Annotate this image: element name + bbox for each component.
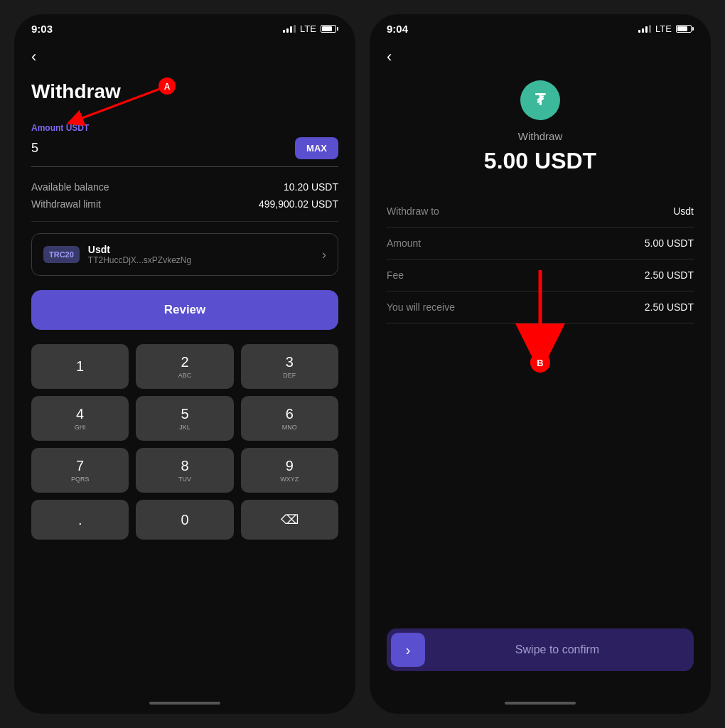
screens-container: 9:03 LTE ‹ Wit — [0, 0, 725, 728]
home-indicator-2 — [370, 692, 711, 714]
signal-bar-4 — [294, 25, 296, 33]
page-title-1: Withdraw — [31, 80, 338, 103]
key-5-sub: JKL — [179, 424, 190, 431]
key-1[interactable]: 1 — [31, 344, 129, 389]
network-badge: TRC20 — [43, 246, 80, 263]
key-9[interactable]: 9 WXYZ — [241, 448, 338, 493]
home-bar-2 — [505, 702, 576, 705]
wallet-name: Usdt — [88, 244, 322, 255]
signal-bars-1 — [283, 25, 296, 33]
screen1-content: ‹ Withdraw Amount USDT 5 MAX Available b… — [14, 41, 355, 692]
battery-icon-2 — [676, 25, 694, 33]
status-right-2: LTE — [638, 23, 694, 34]
divider-1 — [31, 221, 338, 222]
spacer-1 — [31, 276, 338, 290]
battery-body-2 — [676, 25, 692, 33]
review-button[interactable]: Review — [31, 290, 338, 330]
detail-row-3: You will receive 2.50 USDT — [387, 291, 694, 323]
battery-fill-1 — [322, 26, 332, 31]
key-5-main: 5 — [181, 406, 188, 422]
detail-value-3: 2.50 USDT — [645, 301, 694, 313]
max-button[interactable]: MAX — [295, 137, 338, 159]
amount-input[interactable]: 5 — [31, 141, 295, 156]
delete-icon: ⌫ — [281, 512, 299, 528]
key-8[interactable]: 8 TUV — [136, 448, 233, 493]
key-6[interactable]: 6 MNO — [241, 396, 338, 441]
key-1-main: 1 — [76, 358, 84, 375]
keypad: 1 2 ABC 3 DEF 4 GHI 5 JKL — [31, 344, 338, 547]
home-bar-1 — [149, 702, 220, 705]
available-balance-label: Available balance — [31, 181, 109, 193]
status-bar-2: 9:04 LTE — [370, 14, 711, 41]
detail-table: Withdraw to Usdt Amount 5.00 USDT Fee 2.… — [387, 196, 694, 323]
token-icon: ₮ — [520, 80, 560, 120]
time-2: 9:04 — [387, 23, 408, 35]
lte-label-2: LTE — [655, 23, 672, 34]
withdrawal-limit-value: 499,900.02 USDT — [259, 198, 338, 210]
available-balance-value: 10.20 USDT — [284, 181, 338, 193]
confirm-withdraw-label: Withdraw — [387, 130, 694, 142]
signal-bar-2 — [286, 28, 289, 33]
token-symbol: ₮ — [535, 91, 545, 109]
key-3-sub: DEF — [283, 372, 296, 379]
detail-value-1: 5.00 USDT — [645, 237, 694, 249]
key-dot-main: . — [78, 512, 82, 528]
chevron-right-icon: › — [322, 247, 326, 262]
signal-bars-2 — [638, 25, 651, 33]
swipe-handle[interactable]: › — [391, 633, 425, 667]
swipe-track[interactable]: › Swipe to confirm — [387, 628, 694, 671]
signal-bar-2-2 — [642, 28, 644, 33]
signal-bar-1 — [283, 30, 285, 33]
confirm-amount: 5.00 USDT — [387, 148, 694, 174]
key-delete[interactable]: ⌫ — [241, 500, 338, 540]
key-4[interactable]: 4 GHI — [31, 396, 129, 441]
home-indicator-1 — [14, 692, 355, 714]
signal-bar-2-4 — [649, 25, 651, 33]
screen-confirm: 9:04 LTE ‹ — [370, 14, 711, 714]
detail-value-0: Usdt — [673, 205, 694, 217]
withdrawal-limit-label: Withdrawal limit — [31, 198, 101, 210]
key-7-sub: PQRS — [71, 476, 90, 483]
back-button-2[interactable]: ‹ — [387, 48, 694, 66]
detail-label-1: Amount — [387, 237, 421, 249]
token-section: ₮ Withdraw 5.00 USDT — [387, 80, 694, 174]
detail-label-0: Withdraw to — [387, 205, 439, 217]
amount-input-row: 5 MAX — [31, 137, 338, 167]
status-right-1: LTE — [283, 23, 338, 34]
battery-tip-2 — [692, 27, 694, 31]
key-8-sub: TUV — [178, 476, 191, 483]
detail-row-2: Fee 2.50 USDT — [387, 259, 694, 291]
key-3-main: 3 — [286, 354, 294, 370]
detail-label-2: Fee — [387, 269, 404, 281]
detail-value-2: 2.50 USDT — [645, 269, 694, 281]
status-bar-1: 9:03 LTE — [14, 14, 355, 41]
signal-bar-2-1 — [638, 30, 640, 33]
screen2-content: ‹ ₮ Withdraw 5.00 USDT Withdraw to Usdt … — [370, 41, 711, 692]
swipe-container: › Swipe to confirm — [387, 628, 694, 671]
key-3[interactable]: 3 DEF — [241, 344, 338, 389]
withdrawal-limit-row: Withdrawal limit 499,900.02 USDT — [31, 198, 338, 210]
key-0[interactable]: 0 — [136, 500, 233, 540]
swipe-arrow-icon: › — [406, 642, 411, 658]
key-2-main: 2 — [181, 354, 188, 370]
key-7[interactable]: 7 PQRS — [31, 448, 129, 493]
key-4-sub: GHI — [75, 424, 86, 431]
lte-label-1: LTE — [300, 23, 316, 34]
detail-row-1: Amount 5.00 USDT — [387, 228, 694, 259]
key-9-sub: WXYZ — [280, 476, 299, 483]
key-2[interactable]: 2 ABC — [136, 344, 233, 389]
signal-bar-2-3 — [645, 26, 648, 33]
key-6-sub: MNO — [282, 424, 297, 431]
battery-fill-2 — [677, 26, 687, 31]
key-6-main: 6 — [286, 406, 294, 422]
wallet-card[interactable]: TRC20 Usdt TT2HuccDjX...sxPZvkezNg › — [31, 233, 338, 276]
key-5[interactable]: 5 JKL — [136, 396, 233, 441]
key-9-main: 9 — [286, 458, 294, 474]
key-dot[interactable]: . — [31, 500, 129, 540]
amount-label: Amount USDT — [31, 123, 338, 133]
key-7-main: 7 — [76, 458, 84, 474]
key-8-main: 8 — [181, 458, 188, 474]
back-button-1[interactable]: ‹ — [31, 48, 338, 66]
wallet-address: TT2HuccDjX...sxPZvkezNg — [88, 255, 322, 265]
battery-tip-1 — [337, 27, 338, 31]
